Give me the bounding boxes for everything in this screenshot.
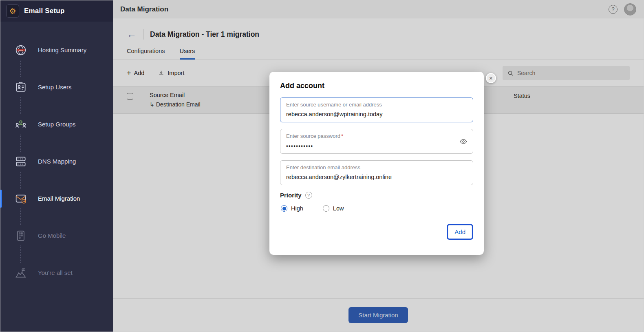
sidebar-item-go-mobile[interactable]: Go Mobile <box>0 217 113 254</box>
mountain-flag-icon <box>13 263 29 283</box>
source-password-field[interactable]: Enter source password* ••••••••••• <box>280 129 473 154</box>
radio-circle-icon <box>323 205 329 212</box>
priority-options: High Low <box>280 205 473 212</box>
source-password-field-value: ••••••••••• <box>286 143 467 149</box>
sidebar-item-dns-mapping[interactable]: DNS Mapping <box>0 143 113 180</box>
sidebar-item-setup-users[interactable]: Setup Users <box>0 69 113 106</box>
app-title: Email Setup <box>24 7 65 15</box>
sidebar-item-label: Email Migration <box>38 195 80 202</box>
add-button-highlight: Add <box>447 224 473 240</box>
source-email-field-value: rebecca.anderson@wptraining.today <box>286 111 467 117</box>
priority-radio-high[interactable]: High <box>281 205 303 212</box>
destination-email-field[interactable]: Enter destination email address rebecca.… <box>280 160 473 185</box>
priority-low-label: Low <box>333 205 344 212</box>
show-password-eye-icon[interactable] <box>459 137 468 146</box>
sidebar-item-label: You're all set <box>38 269 73 276</box>
setup-steps-nav: www Hosting Summary Setup Users Setup Gr… <box>0 31 113 291</box>
id-card-icon <box>13 77 29 97</box>
sidebar-item-email-migration[interactable]: Email Migration <box>0 180 113 217</box>
modal-title: Add account <box>280 82 473 90</box>
priority-section: Priority ? <box>280 192 473 199</box>
sidebar-item-setup-groups[interactable]: Setup Groups <box>0 106 113 143</box>
sidebar-header: ⚙ Email Setup <box>0 0 113 22</box>
priority-high-label: High <box>291 205 303 212</box>
destination-email-field-label: Enter destination email address <box>286 164 467 170</box>
required-asterisk: * <box>341 133 343 139</box>
sidebar-item-label: Setup Users <box>38 84 72 91</box>
sidebar-item-label: Setup Groups <box>38 121 76 128</box>
priority-help-icon[interactable]: ? <box>305 192 312 199</box>
sidebar-item-all-set[interactable]: You're all set <box>0 254 113 291</box>
mobile-phone-icon <box>13 226 29 246</box>
destination-email-field-value: rebecca.anderson@zylkertraining.online <box>286 174 467 180</box>
globe-www-icon: www <box>13 40 29 60</box>
sidebar: ⚙ Email Setup www Hosting Summary Setup … <box>0 0 113 332</box>
priority-radio-low[interactable]: Low <box>323 205 344 212</box>
server-stack-icon <box>13 152 29 171</box>
priority-label: Priority <box>280 192 302 199</box>
sidebar-item-label: DNS Mapping <box>38 158 76 165</box>
svg-text:www: www <box>19 49 23 51</box>
sidebar-item-label: Go Mobile <box>38 232 66 239</box>
app-logo-gear-icon: ⚙ <box>6 4 19 18</box>
source-password-field-label: Enter source password* <box>286 133 467 139</box>
modal-actions: Add <box>280 224 473 240</box>
source-email-field-label: Enter source username or email address <box>286 102 467 108</box>
sidebar-item-hosting-summary[interactable]: www Hosting Summary <box>0 31 113 69</box>
source-email-field[interactable]: Enter source username or email address r… <box>280 97 473 122</box>
add-account-modal: × Add account Enter source username or e… <box>269 72 484 255</box>
sidebar-item-label: Hosting Summary <box>38 46 86 53</box>
email-envelope-icon <box>13 189 29 208</box>
app-window: ⚙ Email Setup www Hosting Summary Setup … <box>0 0 644 332</box>
radio-circle-icon <box>281 205 287 212</box>
user-group-icon <box>13 115 29 134</box>
modal-add-button[interactable]: Add <box>448 225 472 239</box>
close-icon[interactable]: × <box>486 73 496 83</box>
